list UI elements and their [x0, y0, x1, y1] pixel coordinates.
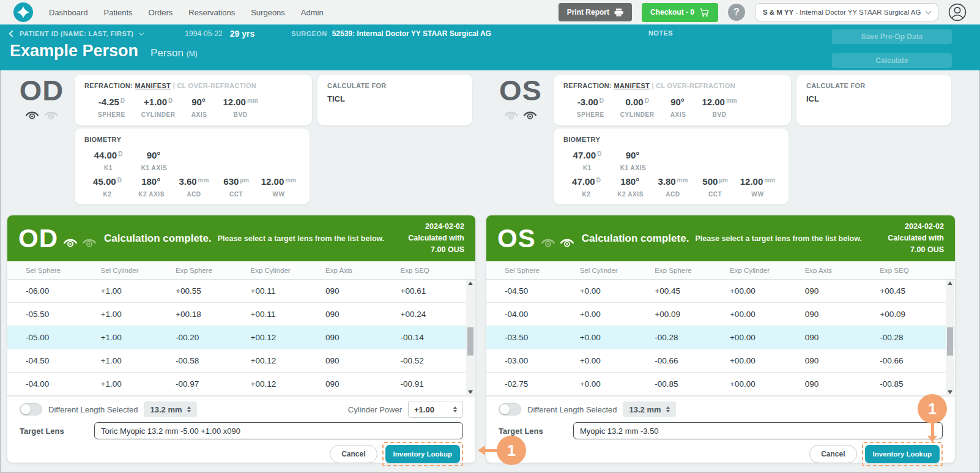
- calculate-button[interactable]: Calculate: [832, 53, 952, 68]
- printer-icon: [614, 9, 623, 17]
- od-result-eye-label: OD: [18, 226, 58, 251]
- cylinder-power-label: Cylinder Power: [348, 405, 402, 414]
- field-value: -4.25: [98, 97, 119, 107]
- surgeon-dropdown[interactable]: S & M YY - Internal Doctor YY STAAR Surg…: [755, 3, 938, 21]
- surgeon-label: SURGEON: [291, 30, 327, 37]
- annotation-arrow-down-icon: [927, 436, 937, 442]
- calculation-date: 2024-02-02: [888, 221, 944, 233]
- annotation-badge-1-od: 1: [497, 436, 526, 465]
- os-lens-table: -04.50+0.00+00.45+00.00090+00.45 -04.00+…: [486, 280, 955, 396]
- nav-reservations[interactable]: Reservations: [188, 8, 235, 17]
- field-value: 500: [702, 176, 718, 187]
- refraction-manifest-tab[interactable]: MANIFEST: [614, 82, 650, 89]
- scroll-down-icon[interactable]: [948, 390, 952, 394]
- target-lens-label: Target Lens: [499, 426, 573, 436]
- table-row[interactable]: -02.75+0.00-00.85+00.00090-00.85: [486, 373, 955, 396]
- length-select[interactable]: 13.2 mm: [144, 401, 196, 417]
- length-select[interactable]: 13.2 mm: [623, 401, 675, 417]
- calculate-for-label: CALCULATE FOR: [327, 82, 462, 89]
- save-preop-button[interactable]: Save Pre-Op Data: [832, 29, 952, 44]
- staar-logo-icon[interactable]: [13, 2, 33, 22]
- os-target-lens-input[interactable]: [573, 422, 943, 439]
- od-eye-inactive-icon[interactable]: [44, 110, 58, 120]
- help-button[interactable]: ?: [728, 4, 745, 21]
- refraction-manifest-tab[interactable]: MANIFEST: [135, 82, 171, 89]
- scrollbar-thumb[interactable]: [947, 327, 953, 356]
- cell: 090: [325, 333, 401, 342]
- field-value: 12.00: [223, 97, 246, 107]
- table-row[interactable]: -06.00+1.00+00.55+00.11090+00.61: [7, 280, 475, 303]
- different-length-toggle[interactable]: [499, 403, 521, 415]
- field-unit: µm: [719, 177, 728, 184]
- os-inventory-lookup-button[interactable]: Inventory Lookup: [865, 445, 940, 463]
- back-icon[interactable]: [9, 30, 15, 37]
- table-row[interactable]: -05.50+1.00+00.18+00.11090+00.24: [7, 303, 475, 326]
- nav-dashboard[interactable]: Dashboard: [49, 8, 88, 17]
- nav-surgeons[interactable]: Surgeons: [251, 8, 285, 17]
- cell: +00.00: [730, 356, 805, 365]
- table-row-selected[interactable]: -05.00+1.00-00.20+00.12090-00.14: [7, 326, 475, 349]
- od-k2axis-field: 180° K2 AXIS: [130, 176, 173, 198]
- field-label: K1: [84, 165, 132, 171]
- table-scrollbar[interactable]: [946, 280, 954, 396]
- os-eye-active-icon: [560, 237, 574, 248]
- patient-id-selector[interactable]: PATIENT ID (NAME: LAST, FIRST): [20, 30, 133, 37]
- biometry-title: BIOMETRY: [563, 136, 779, 143]
- table-row[interactable]: -04.50+1.00-00.58+00.12090-00.52: [7, 349, 475, 373]
- cancel-button[interactable]: Cancel: [809, 445, 856, 463]
- table-scrollbar[interactable]: [466, 280, 475, 396]
- od-acd-field: 3.60mm ACD: [173, 176, 215, 198]
- cell: +0.00: [580, 333, 655, 342]
- od-eye-active-icon[interactable]: [25, 110, 39, 120]
- cylinder-power-select[interactable]: +1.00: [408, 401, 463, 418]
- cell: +0.00: [580, 310, 655, 319]
- calculation-hint: Please select a target lens from the lis…: [218, 234, 385, 243]
- od-k2-field: 45.00D K2: [84, 176, 130, 198]
- od-result-panel: OD Calculation complete. Please select a…: [7, 215, 475, 463]
- nav-admin[interactable]: Admin: [301, 8, 324, 17]
- user-avatar-icon[interactable]: [948, 3, 967, 21]
- scroll-down-icon[interactable]: [468, 390, 473, 394]
- patient-header: PATIENT ID (NAME: LAST, FIRST) 1994-05-2…: [0, 24, 980, 70]
- cell: -02.75: [505, 379, 580, 389]
- cell: -00.52: [401, 356, 476, 365]
- field-value: 3.60: [179, 176, 196, 187]
- os-acd-field: 3.80mm ACD: [651, 176, 694, 198]
- refraction-cl-over-tab[interactable]: | CL OVER-REFRACTION: [651, 82, 735, 89]
- annotation-badge-1-os: 1: [918, 394, 947, 423]
- table-row[interactable]: -04.00+1.00-00.97+00.12090-00.91: [7, 373, 475, 396]
- os-eye-active-icon[interactable]: [523, 110, 537, 120]
- calculate-for-label: CALCULATE FOR: [806, 82, 941, 89]
- cell: +00.09: [880, 310, 955, 319]
- scroll-up-icon[interactable]: [468, 281, 473, 285]
- os-calculate-for-card: CALCULATE FOR ICL: [796, 75, 951, 125]
- od-bvd-field: 12.00mm BVD: [223, 97, 258, 118]
- refraction-cl-over-tab[interactable]: | CL OVER-REFRACTION: [173, 82, 256, 89]
- checkout-button[interactable]: Checkout - 0: [642, 3, 718, 22]
- nav-patients[interactable]: Patients: [104, 8, 133, 17]
- cell: -04.00: [505, 310, 580, 319]
- different-length-toggle[interactable]: [20, 403, 42, 415]
- cancel-button[interactable]: Cancel: [330, 445, 377, 463]
- col-exp-sphere: Exp Sphere: [655, 267, 730, 274]
- length-value: 13.2 mm: [150, 405, 182, 414]
- table-row-selected[interactable]: -03.50+0.00-00.28+00.00090-00.28: [486, 326, 955, 349]
- scroll-up-icon[interactable]: [948, 281, 952, 285]
- nav-orders[interactable]: Orders: [149, 8, 173, 17]
- calculation-status: Calculation complete.: [582, 233, 689, 245]
- cell: -04.50: [26, 356, 101, 365]
- print-report-button[interactable]: Print Report: [559, 3, 632, 21]
- table-row[interactable]: -04.50+0.00+00.45+00.00090+00.45: [486, 280, 955, 303]
- col-exp-seq: Exp SEQ: [880, 267, 955, 274]
- updown-icon: [453, 406, 457, 412]
- field-unit: D: [600, 97, 604, 104]
- field-value: 90°: [670, 97, 685, 107]
- od-target-lens-input[interactable]: [94, 422, 463, 439]
- od-inventory-lookup-button[interactable]: Inventory Lookup: [385, 445, 460, 463]
- os-eye-inactive-icon[interactable]: [504, 110, 518, 120]
- table-row[interactable]: -04.00+0.00+00.09+00.00090+00.09: [486, 303, 955, 326]
- table-row[interactable]: -03.00+0.00-00.66+00.00090-00.66: [486, 349, 955, 373]
- field-value: 12.00: [261, 176, 284, 187]
- field-unit: mm: [198, 177, 209, 184]
- scrollbar-thumb[interactable]: [467, 327, 473, 356]
